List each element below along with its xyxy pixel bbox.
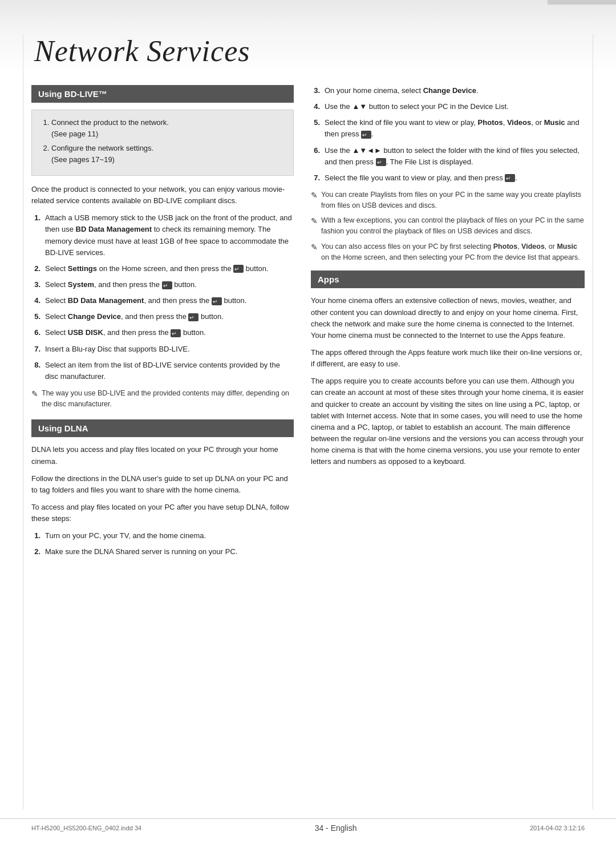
left-margin xyxy=(23,34,23,810)
note-icon: ✎ xyxy=(31,388,38,410)
apps-para-3: The apps require you to create accounts … xyxy=(311,375,585,467)
enter-button-icon xyxy=(376,158,386,166)
apps-header: Apps xyxy=(311,270,585,288)
bd-live-header: Using BD-LIVE™ xyxy=(31,85,294,103)
dlna-step-6: 6. Use the ▲▼◄► button to select the fol… xyxy=(311,145,585,168)
dlna-step-7: 7. Select the file you want to view or p… xyxy=(311,172,585,184)
apps-para-1: Your home cinema offers an extensive col… xyxy=(311,295,585,341)
dlna-steps-continued: 3. On your home cinema, select Change De… xyxy=(311,85,585,263)
bd-live-intro-text: Once the product is connected to your ne… xyxy=(31,184,294,207)
enter-button-icon xyxy=(188,313,198,321)
note-icon: ✎ xyxy=(311,215,318,237)
dlna-intro-3: To access and play files located on your… xyxy=(31,502,294,524)
enter-button-icon xyxy=(212,297,222,305)
bd-live-step-8: 8. Select an item from the list of BD-LI… xyxy=(31,360,294,382)
page-footer: HT-H5200_HS5200-ENG_0402.indd 34 34 - En… xyxy=(0,818,616,833)
bd-live-step-7: 7. Insert a Blu-ray Disc that supports B… xyxy=(31,344,294,355)
dlna-intro-2: Follow the directions in the DLNA user's… xyxy=(31,473,294,496)
bd-live-step-5: 5. Select Change Device, and then press … xyxy=(31,311,294,322)
enter-button-icon xyxy=(361,131,371,139)
bd-live-intro-step-1: Connect the product to the network.(See … xyxy=(51,117,284,139)
dlna-step-4: 4. Use the ▲▼ button to select your PC i… xyxy=(311,101,585,112)
dlna-header: Using DLNA xyxy=(31,419,294,437)
dlna-section: Using DLNA DLNA lets you access and play… xyxy=(31,419,294,558)
main-content: Using BD-LIVE™ Connect the product to th… xyxy=(0,74,616,598)
dlna-step-5: 5. Select the kind of file you want to v… xyxy=(311,117,585,140)
right-column: 3. On your home cinema, select Change De… xyxy=(311,85,585,564)
apps-section: Apps Your home cinema offers an extensiv… xyxy=(311,270,585,467)
dlna-step-3: 3. On your home cinema, select Change De… xyxy=(311,85,585,96)
footer-file-info: HT-H5200_HS5200-ENG_0402.indd 34 xyxy=(31,825,141,831)
bd-live-step-4: 4. Select BD Data Management, and then p… xyxy=(31,295,294,306)
page-title-area: Network Services xyxy=(0,0,616,74)
left-column: Using BD-LIVE™ Connect the product to th… xyxy=(31,85,294,564)
bd-live-steps: 1. Attach a USB memory stick to the USB … xyxy=(31,212,294,382)
bd-live-step-6: 6. Select USB DISK, and then press the b… xyxy=(31,327,294,338)
enter-button-icon xyxy=(233,265,244,273)
bd-live-intro-step-2: Configure the network settings.(See page… xyxy=(51,143,284,165)
top-bar-decoration xyxy=(548,0,616,5)
dlna-step-1: 1. Turn on your PC, your TV, and the hom… xyxy=(31,530,294,542)
dlna-intro-1: DLNA lets you access and play files loca… xyxy=(31,444,294,467)
bd-live-note: ✎ The way you use BD-LIVE and the provid… xyxy=(31,388,294,410)
bd-live-intro-box: Connect the product to the network.(See … xyxy=(31,110,294,176)
dlna-steps: 1. Turn on your PC, your TV, and the hom… xyxy=(31,530,294,558)
dlna-note-3: ✎ You can also access files on your PC b… xyxy=(311,241,585,263)
footer-date: 2014-04-02 3:12:16 xyxy=(530,825,585,831)
bd-live-step-1: 1. Attach a USB memory stick to the USB … xyxy=(31,212,294,259)
footer-page-number: 34 - English xyxy=(315,823,357,833)
bd-live-step-3: 3. Select System, and then press the but… xyxy=(31,279,294,290)
page-title: Network Services xyxy=(34,34,582,68)
bd-live-step-2: 2. Select Settings on the Home screen, a… xyxy=(31,263,294,274)
dlna-step-2: 2. Make sure the DLNA Shared server is r… xyxy=(31,546,294,558)
enter-button-icon xyxy=(162,281,172,289)
dlna-steps-right: 3. On your home cinema, select Change De… xyxy=(311,85,585,184)
right-margin xyxy=(593,34,593,810)
enter-button-icon xyxy=(505,174,515,182)
apps-para-2: The apps offered through the Apps featur… xyxy=(311,347,585,370)
bd-live-intro-list: Connect the product to the network.(See … xyxy=(51,117,284,165)
dlna-note-1: ✎ You can create Playlists from files on… xyxy=(311,189,585,211)
note-icon: ✎ xyxy=(311,189,318,211)
note-icon: ✎ xyxy=(311,241,318,263)
page: Network Services Using BD-LIVE™ Connect … xyxy=(0,0,616,844)
dlna-note-2: ✎ With a few exceptions, you can control… xyxy=(311,215,585,237)
bd-live-section: Using BD-LIVE™ Connect the product to th… xyxy=(31,85,294,409)
enter-button-icon xyxy=(171,329,181,337)
